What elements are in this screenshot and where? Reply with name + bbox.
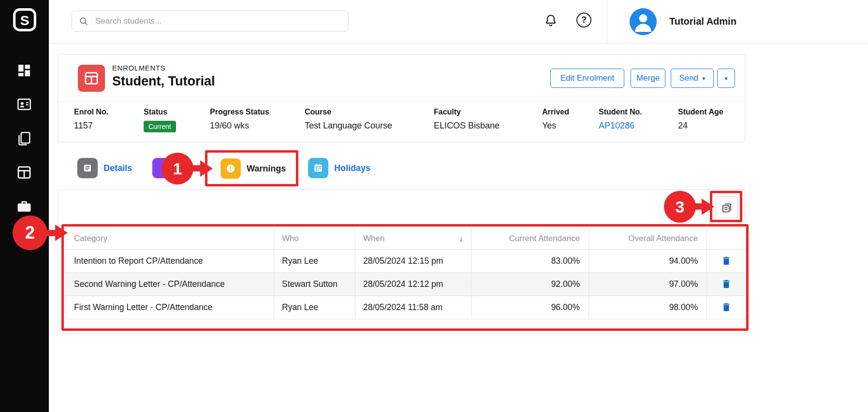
tab-holidays[interactable]: Holidays bbox=[308, 158, 370, 178]
calendar-icon bbox=[308, 158, 328, 178]
question-mark-icon: ? bbox=[581, 15, 587, 25]
caret-down-icon: ▾ bbox=[702, 75, 706, 82]
page-title: Student, Tutorial bbox=[112, 74, 215, 89]
delete-warning-button[interactable] bbox=[719, 276, 734, 292]
search-icon bbox=[79, 16, 88, 26]
dashboard-icon bbox=[16, 62, 32, 79]
more-actions-button[interactable]: ▾ bbox=[717, 69, 735, 88]
trash-icon bbox=[721, 301, 732, 313]
contacts-icon bbox=[16, 96, 32, 113]
table-header-row: Category Who When ↓ Current Atte bbox=[66, 228, 746, 250]
hidden-tab-icon bbox=[152, 158, 173, 178]
status-badge: Current bbox=[144, 121, 176, 132]
person-icon bbox=[630, 8, 657, 35]
annotation-arrowhead-1 bbox=[200, 160, 213, 177]
column-header-who[interactable]: Who bbox=[274, 228, 355, 250]
bell-icon bbox=[544, 13, 558, 28]
help-button[interactable]: ? bbox=[576, 13, 591, 28]
column-header-category[interactable]: Category bbox=[66, 228, 274, 250]
table-icon bbox=[16, 164, 32, 181]
table-row: Second Warning Letter - CP/Attendance St… bbox=[66, 273, 746, 296]
sidebar-item-contacts[interactable] bbox=[16, 96, 32, 113]
details-icon bbox=[77, 158, 98, 178]
tab-hidden-behind-annotation[interactable] bbox=[152, 158, 173, 178]
sort-descending-icon: ↓ bbox=[459, 234, 463, 244]
caret-down-icon: ▾ bbox=[724, 75, 728, 82]
enrolment-header-card: ENROLMENTS Student, Tutorial Edit Enrolm… bbox=[58, 54, 745, 142]
info-field-enrol-no: Enrol No. 1157 bbox=[74, 108, 108, 131]
info-field-progress-status: Progress Status 19/60 wks bbox=[210, 108, 269, 131]
copy-icon bbox=[721, 201, 733, 214]
app-logo[interactable]: S bbox=[12, 7, 38, 33]
sidebar-item-enrolments[interactable] bbox=[16, 164, 32, 181]
copy-table-button[interactable] bbox=[716, 197, 738, 218]
column-header-when[interactable]: When ↓ bbox=[355, 228, 471, 250]
warnings-table-wrap: Category Who When ↓ Current Atte bbox=[66, 227, 746, 319]
section-label: ENROLMENTS bbox=[112, 64, 165, 72]
sidebar-item-dashboard[interactable] bbox=[16, 62, 32, 79]
info-field-student-no: Student No. AP10286 bbox=[599, 108, 642, 131]
tab-warnings[interactable]: Warnings bbox=[214, 155, 290, 183]
user-menu[interactable]: Tutorial Admin bbox=[630, 0, 736, 43]
pages-icon bbox=[16, 130, 32, 147]
screen: S bbox=[0, 0, 868, 412]
info-field-course: Course Test Language Course bbox=[305, 108, 392, 131]
notifications-button[interactable] bbox=[544, 13, 558, 28]
search-input[interactable] bbox=[94, 16, 341, 27]
info-field-faculty: Faculty ELICOS Bisbane bbox=[434, 108, 500, 131]
table-row: First Warning Letter - CP/Attendance Rya… bbox=[66, 296, 746, 319]
send-button[interactable]: Send ▾ bbox=[671, 69, 714, 88]
user-name: Tutorial Admin bbox=[669, 16, 736, 27]
warning-icon bbox=[221, 158, 241, 179]
search-box[interactable] bbox=[72, 11, 349, 32]
delete-warning-button[interactable] bbox=[719, 299, 734, 315]
info-field-student-age: Student Age 24 bbox=[678, 108, 723, 131]
table-icon bbox=[83, 70, 100, 86]
column-header-overall-attendance[interactable]: Overall Attendance bbox=[589, 228, 707, 250]
sidebar-item-documents[interactable] bbox=[16, 130, 32, 147]
student-no-link[interactable]: AP10286 bbox=[599, 121, 642, 131]
trash-icon bbox=[721, 278, 732, 290]
warnings-table: Category Who When ↓ Current Atte bbox=[66, 227, 746, 319]
sidebar-item-services[interactable] bbox=[16, 198, 32, 214]
merge-button[interactable]: Merge bbox=[631, 69, 665, 88]
svg-text:S: S bbox=[20, 13, 29, 28]
annotation-arrow-1 bbox=[191, 165, 201, 171]
delete-warning-button[interactable] bbox=[719, 253, 734, 269]
enrolment-title-band: ENROLMENTS Student, Tutorial Edit Enrolm… bbox=[58, 55, 745, 101]
info-field-status: Status Current bbox=[144, 108, 176, 132]
edit-enrolment-button[interactable]: Edit Enrolment bbox=[550, 69, 624, 88]
warnings-panel: Category Who When ↓ Current Atte bbox=[58, 189, 745, 334]
column-header-actions bbox=[707, 228, 746, 250]
tab-details[interactable]: Details bbox=[77, 158, 132, 178]
logo-icon: S bbox=[12, 7, 38, 33]
sidebar: S bbox=[0, 0, 49, 412]
trash-icon bbox=[721, 255, 732, 267]
topbar-divider bbox=[607, 0, 607, 43]
enrolments-module-icon bbox=[78, 65, 105, 92]
briefcase-icon bbox=[16, 198, 32, 214]
table-row: Intention to Report CP/Attendance Ryan L… bbox=[66, 250, 746, 273]
column-header-current-attendance[interactable]: Current Attendance bbox=[471, 228, 589, 250]
info-field-arrived: Arrived Yes bbox=[542, 108, 569, 131]
avatar bbox=[630, 8, 657, 35]
